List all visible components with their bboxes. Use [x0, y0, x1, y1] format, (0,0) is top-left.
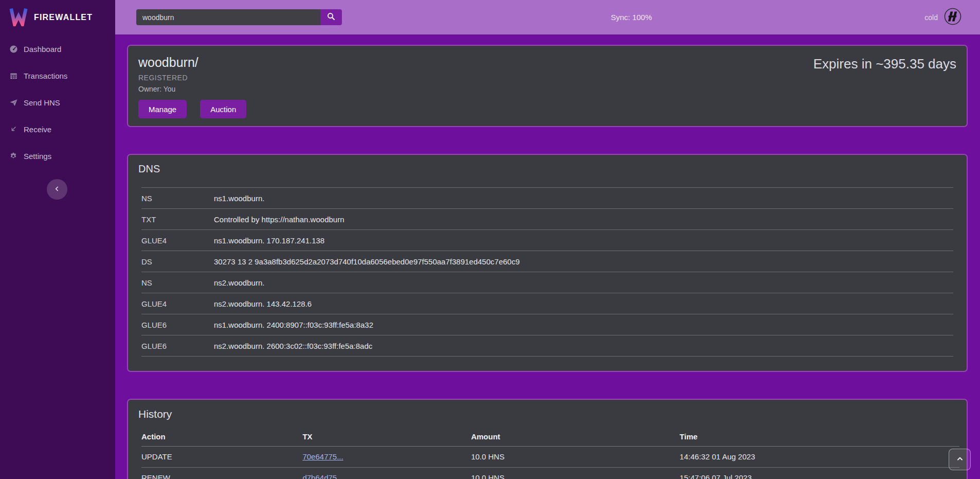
- manage-button[interactable]: Manage: [138, 100, 187, 118]
- history-row: RENEW d7b64d75... 10.0 HNS 15:47:06 07 J…: [141, 467, 959, 479]
- domain-actions: Manage Auction: [138, 100, 246, 118]
- dns-record-type: GLUE4: [141, 236, 214, 245]
- dns-title: DNS: [138, 163, 956, 175]
- firewallet-logo-icon: [9, 7, 28, 28]
- history-title: History: [138, 408, 956, 420]
- dns-record-row: DS 30273 13 2 9a3a8fb3d625d2a2073d740f10…: [141, 251, 953, 272]
- arrow-down-left-icon: [9, 125, 18, 134]
- chevron-up-icon: [956, 455, 964, 465]
- dns-record-type: GLUE6: [141, 342, 214, 350]
- dns-record-row: GLUE6 ns1.woodburn. 2400:8907::f03c:93ff…: [141, 314, 953, 335]
- domain-card: woodburn/ REGISTERED Owner: You Manage A…: [127, 45, 968, 127]
- history-row: UPDATE 70e64775... 10.0 HNS 14:46:32 01 …: [141, 446, 959, 467]
- paper-plane-icon: [9, 98, 18, 107]
- dns-record-value: ns2.woodburn.: [214, 278, 264, 287]
- dns-record-type: TXT: [141, 215, 214, 224]
- wallet-mode-group: cold: [924, 0, 961, 34]
- sidebar-item-label: Transactions: [24, 72, 67, 80]
- dns-card: DNS NS ns1.woodburn. TXT Controlled by h…: [127, 154, 968, 372]
- expires-label: Expires in ~395.35 days: [813, 56, 956, 118]
- history-time: 14:46:32 01 Aug 2023: [680, 446, 959, 467]
- dns-record-row: NS ns2.woodburn.: [141, 272, 953, 293]
- search-group: [136, 9, 342, 25]
- dns-record-row: GLUE6 ns2.woodburn. 2600:3c02::f03c:93ff…: [141, 335, 953, 357]
- dns-record-value: Controlled by https://nathan.woodburn: [214, 215, 344, 224]
- sidebar-nav: Dashboard Transactions Send: [0, 34, 115, 162]
- wallet-mode-label: cold: [924, 13, 938, 22]
- sidebar-item-transactions[interactable]: Transactions: [0, 70, 115, 81]
- dns-record-row: NS ns1.woodburn.: [141, 188, 953, 209]
- sidebar: FIREWALLET Dashboard: [0, 0, 115, 479]
- history-card: History Action TX Amount Time UPDATE 70e…: [127, 399, 968, 479]
- handshake-logo-icon[interactable]: [944, 8, 961, 27]
- logo-row: FIREWALLET: [0, 0, 115, 34]
- topbar: Sync: 100% cold: [115, 0, 980, 34]
- dns-record-type: NS: [141, 278, 214, 287]
- dns-record-type: GLUE4: [141, 299, 214, 308]
- dns-record-row: GLUE4 ns1.woodburn. 170.187.241.138: [141, 230, 953, 251]
- domain-info: woodburn/ REGISTERED Owner: You Manage A…: [138, 54, 246, 118]
- dns-record-value: ns1.woodburn. 2400:8907::f03c:93ff:fe5a:…: [214, 321, 373, 329]
- dns-record-type: GLUE6: [141, 321, 214, 329]
- history-header-time: Time: [680, 428, 959, 446]
- sidebar-item-dashboard[interactable]: Dashboard: [0, 43, 115, 55]
- sidebar-item-label: Dashboard: [24, 45, 61, 54]
- gauge-icon: [9, 44, 18, 54]
- sidebar-item-label: Settings: [24, 152, 51, 161]
- dns-record-value: ns1.woodburn.: [214, 194, 264, 203]
- search-input[interactable]: [136, 9, 320, 25]
- tx-link[interactable]: d7b64d75...: [302, 473, 343, 479]
- history-table: Action TX Amount Time UPDATE 70e64775...…: [141, 428, 959, 479]
- dns-record-value: 30273 13 2 9a3a8fb3d625d2a2073d740f10da6…: [214, 257, 520, 266]
- history-action: RENEW: [141, 467, 302, 479]
- sidebar-item-receive[interactable]: Receive: [0, 123, 115, 135]
- dns-record-type: DS: [141, 257, 214, 266]
- history-time: 15:47:06 07 Jul 2023: [680, 467, 959, 479]
- dns-record-value: ns1.woodburn. 170.187.241.138: [214, 236, 324, 245]
- dns-record-row: GLUE4 ns2.woodburn. 143.42.128.6: [141, 293, 953, 314]
- history-action: UPDATE: [141, 446, 302, 467]
- dns-record-type: NS: [141, 194, 214, 203]
- dns-table: NS ns1.woodburn. TXT Controlled by https…: [141, 187, 953, 357]
- sync-status: Sync: 100%: [611, 0, 652, 34]
- table-icon: [9, 71, 18, 80]
- history-body: UPDATE 70e64775... 10.0 HNS 14:46:32 01 …: [141, 446, 959, 479]
- chevron-left-icon: [53, 185, 61, 194]
- gear-icon: [9, 151, 18, 161]
- main-content: woodburn/ REGISTERED Owner: You Manage A…: [115, 34, 980, 479]
- tx-link[interactable]: 70e64775...: [302, 452, 343, 461]
- history-amount: 10.0 HNS: [471, 467, 680, 479]
- sidebar-item-send-hns[interactable]: Send HNS: [0, 97, 115, 108]
- sidebar-item-settings[interactable]: Settings: [0, 150, 115, 162]
- search-button[interactable]: [320, 9, 342, 25]
- history-header-action: Action: [141, 428, 302, 446]
- brand-name: FIREWALLET: [34, 13, 93, 22]
- dns-record-row: TXT Controlled by https://nathan.woodbur…: [141, 209, 953, 230]
- history-header-row: Action TX Amount Time: [141, 428, 959, 446]
- auction-button[interactable]: Auction: [200, 100, 246, 118]
- history-amount: 10.0 HNS: [471, 446, 680, 467]
- domain-owner: Owner: You: [138, 85, 246, 93]
- sidebar-item-label: Send HNS: [24, 98, 60, 107]
- domain-name: woodburn/: [138, 55, 246, 70]
- sidebar-collapse-button[interactable]: [47, 179, 67, 200]
- dns-record-value: ns2.woodburn. 2600:3c02::f03c:93ff:fe5a:…: [214, 342, 372, 350]
- scroll-to-top-button[interactable]: [949, 449, 971, 470]
- search-icon: [326, 12, 336, 23]
- sidebar-item-label: Receive: [24, 125, 51, 134]
- history-header-amount: Amount: [471, 428, 680, 446]
- dns-record-value: ns2.woodburn. 143.42.128.6: [214, 299, 312, 308]
- domain-status: REGISTERED: [138, 74, 246, 82]
- history-header-tx: TX: [302, 428, 471, 446]
